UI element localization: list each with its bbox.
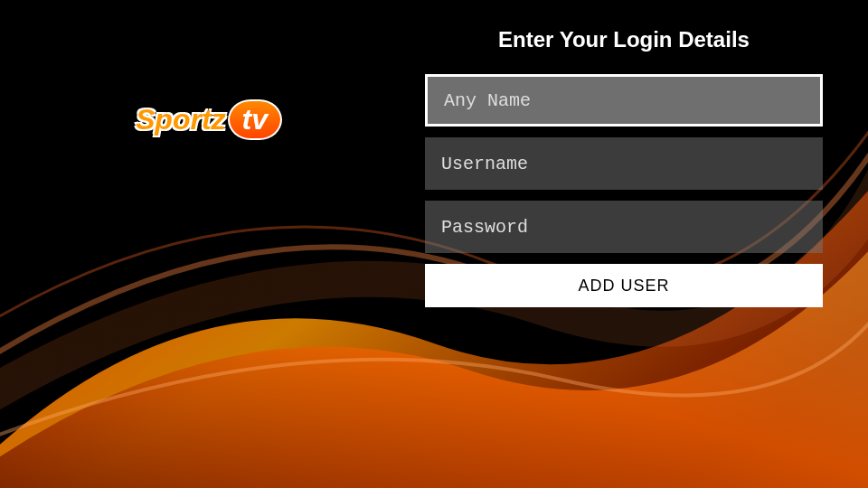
add-user-button[interactable]: ADD USER — [425, 264, 823, 307]
logo-secondary-text: tv — [228, 99, 282, 140]
login-form: Enter Your Login Details ADD USER — [425, 27, 823, 307]
name-input[interactable] — [425, 74, 823, 127]
logo-primary-text: Sportz — [136, 103, 226, 136]
username-input[interactable] — [425, 137, 823, 190]
app-logo: Sportztv — [136, 99, 282, 140]
password-input[interactable] — [425, 201, 823, 253]
login-title: Enter Your Login Details — [425, 27, 823, 52]
